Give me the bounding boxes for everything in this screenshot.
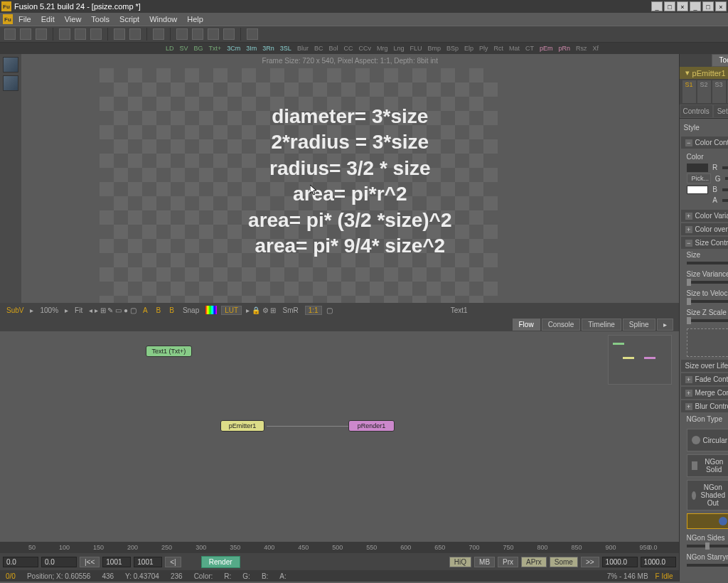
section-merge[interactable]: +Merge Controls — [681, 387, 728, 399]
copy-button[interactable] — [75, 28, 86, 40]
tool-mrg[interactable]: Mrg — [375, 44, 390, 53]
node-pemitter1[interactable]: pEmitter1 — [220, 420, 264, 432]
size-slider[interactable] — [687, 262, 728, 264]
section-color-controls[interactable]: −Color Controls — [681, 137, 728, 149]
redo-button[interactable] — [129, 28, 141, 40]
ngon-circle[interactable]: Circle — [687, 513, 728, 529]
tab-spline[interactable]: Spline — [623, 319, 655, 331]
vt-a[interactable]: A — [141, 306, 150, 314]
doc-close-button[interactable]: × — [715, 1, 727, 11]
flow-navigator[interactable] — [608, 335, 672, 385]
tool-prn[interactable]: pRn — [557, 44, 573, 53]
tool-pem[interactable]: pEm — [537, 44, 555, 53]
new-button[interactable] — [4, 28, 16, 40]
section-color-variance[interactable]: +Color Variance — [681, 210, 728, 222]
menu-tools[interactable]: Tools — [87, 14, 114, 25]
cut-button[interactable] — [59, 28, 70, 40]
tool-bg[interactable]: BG — [192, 44, 205, 53]
play-start-button[interactable]: |<< — [80, 557, 100, 567]
paste-button[interactable] — [90, 28, 102, 40]
tl-end-field[interactable]: 0.0 — [648, 544, 658, 551]
tab-timeline[interactable]: Timeline — [582, 319, 621, 331]
fit-button[interactable]: Fit — [73, 306, 85, 314]
tool-bmp[interactable]: Bmp — [425, 44, 443, 53]
color-strip[interactable] — [205, 306, 217, 314]
viewer-tool-2[interactable] — [3, 75, 18, 91]
lut-button[interactable]: LUT — [221, 306, 242, 315]
doc-maximize-button[interactable]: □ — [702, 1, 714, 11]
maximize-button[interactable]: □ — [664, 1, 675, 11]
ngon-starry-slider[interactable] — [687, 564, 728, 567]
some-button[interactable]: Some — [550, 557, 578, 567]
section-fade[interactable]: +Fade Controls — [681, 373, 728, 385]
tl-start[interactable] — [3, 557, 38, 567]
tl-small-a[interactable] — [102, 557, 131, 567]
vt-b2[interactable]: B — [167, 306, 176, 314]
size-z-slider[interactable] — [687, 319, 728, 322]
tl-current[interactable] — [41, 557, 77, 567]
subtab-sets[interactable]: Sets — [713, 105, 728, 118]
mb-button[interactable]: MB — [474, 557, 495, 567]
flow-canvas[interactable]: Text1 (Txt+) pEmitter1 pRender1 — [0, 331, 679, 542]
tool-blur[interactable]: Blur — [295, 44, 311, 53]
node-text1[interactable]: Text1 (Txt+) — [146, 346, 192, 357]
tool-sv[interactable]: SV — [178, 44, 191, 53]
prx-button[interactable]: Prx — [498, 557, 518, 567]
tool-elp[interactable]: Elp — [462, 44, 476, 53]
step-button[interactable]: <| — [165, 557, 181, 567]
tool-lng[interactable]: Lng — [391, 44, 406, 53]
tab-tools[interactable]: Tools — [712, 54, 728, 67]
size-var-slider[interactable] — [687, 281, 728, 284]
color-swatch-white[interactable] — [687, 186, 708, 194]
tl-range-a[interactable] — [602, 557, 638, 567]
ratio-button[interactable]: 1:1 — [305, 306, 322, 315]
slot-s1[interactable]: S1 — [682, 80, 696, 103]
render-button[interactable]: Render — [201, 556, 240, 568]
tool-bc[interactable]: BC — [312, 44, 326, 53]
vt-b1[interactable]: B — [154, 306, 164, 314]
menu-file[interactable]: File — [14, 14, 36, 25]
slider-r[interactable] — [722, 166, 728, 169]
panel-node-header[interactable]: ▾pEmitter1 — [680, 67, 728, 79]
pick-button[interactable]: Pick... — [687, 173, 711, 183]
layout5-button[interactable] — [247, 28, 258, 40]
hiq-button[interactable]: HiQ — [449, 557, 471, 567]
ngon-solid[interactable]: NGon Solid — [687, 454, 728, 477]
section-blur[interactable]: +Blur Controls [2D] — [681, 400, 728, 412]
slider-g[interactable] — [725, 177, 728, 180]
tool-txt[interactable]: Txt+ — [207, 44, 224, 53]
timeline-ruler[interactable]: 50100150 200250300 350400450 500550600 6… — [0, 542, 679, 553]
slot-s2[interactable]: S2 — [697, 80, 711, 103]
tool-3rn[interactable]: 3Rn — [260, 44, 277, 53]
menu-window[interactable]: Window — [145, 14, 181, 25]
close-button[interactable]: × — [677, 1, 688, 11]
tool-cc[interactable]: CC — [341, 44, 355, 53]
tool-xf[interactable]: Xf — [591, 44, 601, 53]
smr-button[interactable]: SmR — [281, 306, 301, 314]
slider-b[interactable] — [722, 188, 728, 191]
size-vel-slider[interactable] — [687, 300, 728, 303]
color-swatch-dark[interactable] — [687, 164, 708, 172]
layout4-button[interactable] — [223, 28, 235, 40]
tl-range-b[interactable] — [641, 557, 676, 567]
ngon-shaded-out[interactable]: NGon Shaded Out — [687, 480, 728, 510]
aprx-button[interactable]: APrx — [521, 557, 547, 567]
subtab-controls[interactable]: Controls — [680, 105, 713, 118]
tool-3im[interactable]: 3Im — [244, 44, 259, 53]
slot-s3[interactable]: S3 — [712, 80, 726, 103]
play-end-button[interactable]: >> — [581, 557, 599, 567]
layout1-button[interactable] — [176, 28, 188, 40]
minimize-button[interactable]: _ — [651, 1, 663, 11]
tool-3sl[interactable]: 3SL — [278, 44, 294, 53]
slider-a[interactable] — [722, 199, 728, 202]
viewer-tool-1[interactable] — [3, 57, 18, 73]
tool-rsz[interactable]: Rsz — [574, 44, 589, 53]
tl-small-b[interactable] — [134, 557, 162, 567]
snap-button[interactable]: Snap — [181, 306, 201, 314]
tool-ld[interactable]: LD — [164, 44, 176, 53]
tool-mat[interactable]: Mat — [507, 44, 522, 53]
tool-ply[interactable]: Ply — [477, 44, 491, 53]
undo-button[interactable] — [114, 28, 125, 40]
subv-button[interactable]: SubV — [4, 306, 26, 314]
tool-ct[interactable]: CT — [523, 44, 536, 53]
